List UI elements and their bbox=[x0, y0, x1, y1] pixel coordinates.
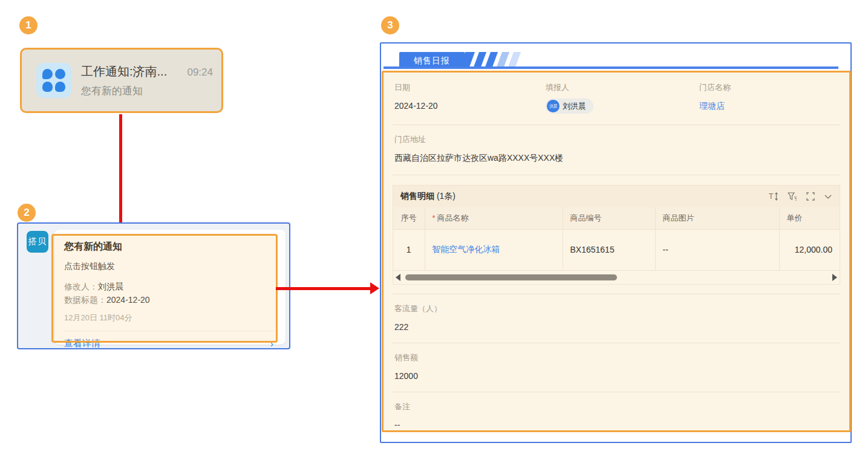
detail-count: (1条) bbox=[437, 191, 455, 201]
step-1-badge: 1 bbox=[19, 16, 38, 34]
cell-serial: 1 bbox=[393, 229, 425, 270]
message-card[interactable]: 您有新的通知 点击按钮触发 修改人：刘洪晨 数据标题：2024-12-20 12… bbox=[54, 230, 286, 345]
chevron-right-icon: › bbox=[270, 338, 273, 349]
clover-grid-icon bbox=[36, 63, 71, 98]
data-title-label: 数据标题： bbox=[64, 295, 106, 305]
store-name-link[interactable]: 理塘店 bbox=[699, 101, 838, 112]
arrow-head-right-icon bbox=[370, 282, 379, 294]
arrow-step1-to-step2 bbox=[119, 114, 122, 223]
screenshot-stage: 1 2 3 工作通知:济南... 09:24 您有新的通知 搭贝 您有新的通知 … bbox=[0, 0, 868, 466]
fullscreen-icon[interactable] bbox=[806, 192, 815, 201]
row-height-icon[interactable]: T bbox=[769, 192, 779, 201]
avatar: 洪晨 bbox=[547, 100, 560, 112]
sales-report-panel: 销售日报 日期 2024-12-20 填报人 洪晨 刘洪晨 bbox=[380, 42, 852, 443]
field-store-name: 门店名称 理塘店 bbox=[699, 82, 838, 114]
col-product-code: 商品编号 bbox=[563, 207, 655, 229]
cell-product-code: BX1651615 bbox=[563, 229, 655, 270]
message-card-container: 搭贝 您有新的通知 点击按钮触发 修改人：刘洪晨 数据标题：2024-12-20… bbox=[17, 222, 290, 349]
view-details-button[interactable]: 查看详情 › bbox=[64, 331, 273, 356]
reporter-name: 刘洪晨 bbox=[563, 101, 586, 112]
notification-preview: 您有新的通知 bbox=[81, 84, 213, 98]
notification-time: 09:24 bbox=[187, 66, 213, 79]
field-store-address: 门店地址 西藏自治区拉萨市达孜区wa路XXXX号XXX楼 bbox=[393, 125, 840, 175]
field-sales-amount: 销售额 12000 bbox=[393, 343, 840, 392]
reporter-pill[interactable]: 洪晨 刘洪晨 bbox=[546, 99, 593, 114]
field-value: -- bbox=[394, 420, 838, 430]
sales-detail-title: 销售明细 (1条) bbox=[400, 191, 455, 202]
field-reporter: 填报人 洪晨 刘洪晨 bbox=[546, 82, 699, 114]
step-3-badge: 3 bbox=[381, 16, 399, 34]
data-title-value: 2024-12-20 bbox=[106, 295, 150, 305]
arrow-step2-to-step3 bbox=[276, 287, 371, 290]
field-value: 222 bbox=[394, 322, 838, 332]
field-label: 填报人 bbox=[546, 82, 699, 93]
sales-detail-header: 销售明细 (1条) T bbox=[393, 186, 840, 207]
field-date: 日期 2024-12-20 bbox=[394, 82, 546, 114]
filter-icon[interactable] bbox=[788, 192, 797, 201]
field-value: 西藏自治区拉萨市达孜区wa路XXXX号XXX楼 bbox=[394, 153, 838, 164]
scrollbar-track[interactable] bbox=[404, 274, 829, 280]
col-product-name: *商品名称 bbox=[425, 207, 563, 229]
svg-text:T: T bbox=[769, 192, 774, 201]
field-value: 12000 bbox=[394, 371, 838, 381]
message-meta: 修改人：刘洪晨 数据标题：2024-12-20 bbox=[64, 280, 273, 306]
sales-detail-table: 序号 *商品名称 商品编号 商品图片 单价 1 智能空气净化冰箱 BX16516… bbox=[393, 207, 840, 271]
form-row-top: 日期 2024-12-20 填报人 洪晨 刘洪晨 门店名称 理塘店 bbox=[393, 73, 840, 125]
chevron-down-icon[interactable] bbox=[824, 192, 832, 201]
col-unit-price: 单价 bbox=[779, 207, 840, 229]
cell-product-name: 智能空气净化冰箱 bbox=[425, 229, 563, 270]
report-form: 日期 2024-12-20 填报人 洪晨 刘洪晨 门店名称 理塘店 门店地址 bbox=[382, 71, 851, 432]
field-label: 客流量（人） bbox=[394, 303, 838, 314]
detail-title-text: 销售明细 bbox=[400, 191, 434, 201]
col-serial: 序号 bbox=[393, 207, 425, 229]
notification-title: 工作通知:济南... bbox=[81, 63, 167, 80]
product-link[interactable]: 智能空气净化冰箱 bbox=[432, 244, 500, 254]
field-label: 备注 bbox=[394, 401, 838, 412]
field-label: 销售额 bbox=[394, 352, 838, 363]
message-timestamp: 12月20日 11时04分 bbox=[64, 312, 273, 323]
banner-underline bbox=[383, 66, 838, 69]
dabei-app-badge: 搭贝 bbox=[27, 231, 48, 253]
field-label: 门店名称 bbox=[699, 82, 838, 93]
required-marker: * bbox=[432, 213, 436, 222]
step-2-badge: 2 bbox=[18, 204, 36, 222]
field-label: 日期 bbox=[394, 82, 546, 93]
field-remarks: 备注 -- bbox=[393, 392, 840, 433]
modifier-label: 修改人： bbox=[64, 282, 98, 291]
field-customer-flow: 客流量（人） 222 bbox=[393, 294, 840, 343]
col-product-image: 商品图片 bbox=[655, 207, 779, 229]
scroll-left-icon[interactable] bbox=[396, 274, 400, 281]
field-value: 2024-12-20 bbox=[394, 101, 546, 111]
field-label: 门店地址 bbox=[394, 134, 838, 145]
scroll-right-icon[interactable] bbox=[832, 274, 837, 281]
message-body: 点击按钮触发 bbox=[64, 261, 273, 272]
message-title: 您有新的通知 bbox=[64, 241, 273, 253]
sales-detail-section: 销售明细 (1条) T bbox=[393, 185, 840, 285]
view-details-label: 查看详情 bbox=[64, 338, 100, 349]
cell-product-image: -- bbox=[655, 229, 779, 270]
scrollbar-thumb[interactable] bbox=[405, 274, 617, 280]
horizontal-scrollbar[interactable] bbox=[393, 271, 840, 284]
work-notification-card[interactable]: 工作通知:济南... 09:24 您有新的通知 bbox=[20, 48, 223, 113]
table-header-row: 序号 *商品名称 商品编号 商品图片 单价 bbox=[393, 207, 840, 229]
cell-unit-price: 12,000.00 bbox=[779, 229, 840, 270]
table-toolbar: T bbox=[769, 192, 832, 201]
table-row: 1 智能空气净化冰箱 BX1651615 -- 12,000.00 bbox=[393, 229, 840, 270]
modifier-value: 刘洪晨 bbox=[98, 282, 123, 291]
notification-text-block: 工作通知:济南... 09:24 您有新的通知 bbox=[81, 63, 213, 98]
